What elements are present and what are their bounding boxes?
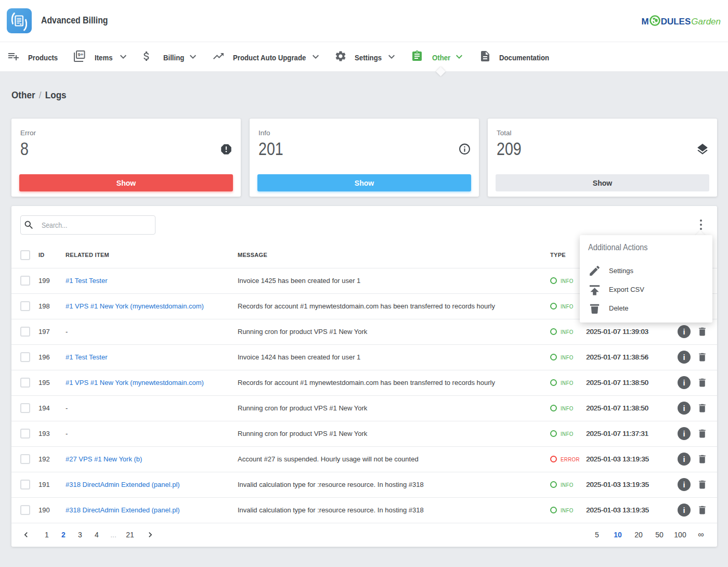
svg-text:9+: 9+ [77,51,83,57]
